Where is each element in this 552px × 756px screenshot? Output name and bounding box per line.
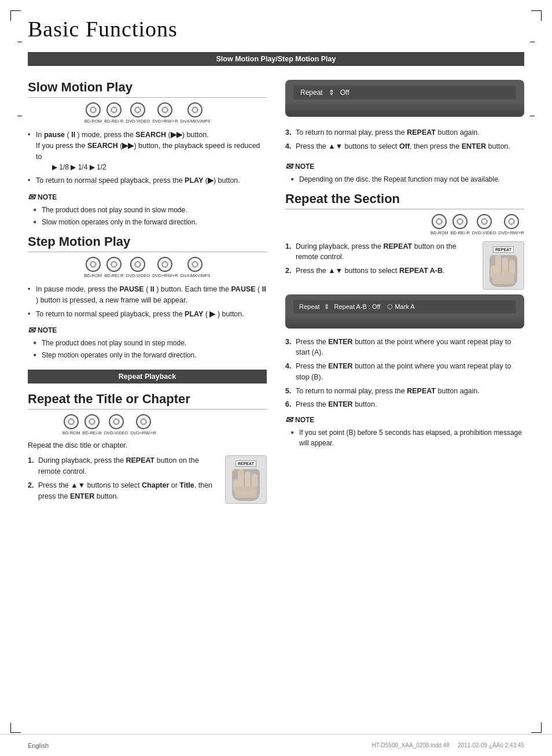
disc-circle-rt-bd-rom: [64, 414, 79, 429]
footer-date: 2011-02-09 ¿ÀÀû 2:43:45: [458, 742, 524, 748]
screen-display-1: Repeat ⇕ Off: [285, 80, 524, 117]
svg-point-17: [164, 263, 166, 265]
corner-mark-bl: [10, 722, 21, 733]
repeat-section-note-1: If you set point (B) before 5 seconds ha…: [291, 427, 524, 448]
repeat-title-step-2: 2. Press the ▲▼ buttons to select Chapte…: [28, 480, 267, 502]
disc-sm-bd-re-r: BD-RE/-R: [104, 257, 123, 278]
footer-language: English: [28, 742, 49, 749]
svg-point-16: [162, 261, 168, 267]
svg-point-40: [510, 220, 513, 223]
repeat-section-steps-list-1: 1. During playback, press the REPEAT but…: [285, 241, 524, 276]
disc-label-dvd-rw: DVD+RW/+R: [152, 119, 178, 124]
disc-sm-dvd-video: DVD-VIDEO: [126, 257, 150, 278]
repeat-title-note-header: ✉ NOTE: [285, 161, 524, 172]
slow-motion-note-2: Slow motion operates only in the forward…: [34, 217, 267, 227]
disc-circle-sm-dvd-video: [130, 257, 145, 272]
svg-point-14: [135, 261, 141, 267]
screen-inner-2: Repeat ⇕ Repeat A-B : Off ⬡ Mark A: [293, 300, 516, 314]
repeat-title-steps-continued: 3. To return to normal play, press the R…: [285, 127, 524, 152]
disc-sm-dvd-rw: DVD+RW/+R: [152, 257, 178, 278]
slow-motion-bullet-2: To return to normal speed playback, pres…: [28, 175, 267, 186]
repeat-section-note-list: If you set point (B) before 5 seconds ha…: [291, 427, 524, 448]
disc-circle-rt-dvd-video: [109, 414, 124, 429]
svg-point-27: [142, 421, 145, 423]
disc-sm-bd-rom: BD-ROM: [84, 257, 102, 278]
svg-point-6: [162, 107, 168, 113]
svg-point-13: [113, 263, 115, 265]
disc-circle-divx: [187, 102, 203, 117]
svg-point-37: [481, 219, 487, 224]
disc-bd-rom: BD-ROM: [84, 102, 102, 124]
svg-point-22: [89, 419, 95, 425]
slow-motion-bullet-1: In pause ( II ) mode, press the SEARCH (…: [28, 130, 267, 172]
svg-point-24: [113, 419, 119, 425]
svg-point-15: [137, 263, 139, 265]
page-title: Basic Functions: [28, 16, 524, 42]
svg-point-5: [137, 109, 139, 111]
repeat-title-step-3: 3. To return to normal play, press the R…: [285, 127, 524, 138]
slow-motion-note-1: The product does not play sound in slow …: [34, 205, 267, 215]
step-motion-note-header: ✉ NOTE: [28, 325, 267, 335]
corner-mark-tl: [10, 10, 21, 21]
step-motion-bullets: In pause mode, press the PAUSE ( II ) bu…: [28, 284, 267, 319]
disc-circle-rs-dvd-rw: [504, 214, 519, 229]
step-motion-note-2: Step motion operates only in the forward…: [34, 350, 267, 360]
screen1-arrow: ⇕: [329, 88, 334, 97]
step-motion-disc-icons: BD-ROM BD-RE/-R DVD-VIDEO DVD+RW/+R DivX…: [28, 257, 267, 278]
step-motion-note-1: The product does not play sound in step …: [34, 338, 267, 348]
disc-label-dvd-video: DVD-VIDEO: [126, 119, 150, 124]
disc-circle-dvd-video: [130, 102, 145, 117]
svg-point-11: [92, 263, 94, 265]
repeat-section-step-5: 5. To return to normal play, press the R…: [285, 386, 524, 397]
right-column: Repeat ⇕ Off 3. To return to normal play…: [285, 80, 524, 508]
slow-motion-bullets: In pause ( II ) mode, press the SEARCH (…: [28, 130, 267, 186]
slow-motion-speed: ▶ 1/8 ▶ 1/4 ▶ 1/2: [44, 162, 267, 172]
footer-file: HT-D5500_XAA_0208.indd 48: [371, 742, 450, 748]
repeat-section-note: ✉ NOTE If you set point (B) before 5 sec…: [285, 415, 524, 448]
step-motion-bullet-2: To return to normal speed playback, pres…: [28, 309, 267, 320]
right-mark-2: [530, 116, 535, 116]
repeat-title-steps-container: REPEAT: [28, 455, 267, 508]
repeat-title-step-4: 4. Press the ▲▼ buttons to select Off, t…: [285, 141, 524, 152]
section-bar-2: Repeat Playback: [28, 370, 267, 383]
screen-display-2: Repeat ⇕ Repeat A-B : Off ⬡ Mark A: [285, 294, 524, 329]
screen2-value: Repeat A-B : Off: [334, 303, 380, 310]
note-icon-2: ✉: [28, 325, 35, 335]
svg-point-3: [113, 109, 115, 111]
repeat-section-step-2: 2. Press the ▲▼ buttons to select REPEAT…: [285, 265, 524, 276]
left-column: Slow Motion Play BD-ROM BD-RE/-R DVD-VID…: [28, 80, 267, 508]
corner-mark-br: [531, 722, 542, 733]
repeat-section-step-1: 1. During playback, press the REPEAT but…: [285, 241, 524, 263]
disc-rt-bd-rom: BD-ROM: [62, 414, 80, 436]
note-icon-4: ✉: [285, 415, 293, 425]
svg-point-1: [92, 109, 94, 111]
content: Basic Functions Slow Motion Play/Step Mo…: [0, 0, 552, 543]
left-mark-2: [17, 116, 22, 116]
repeat-section-note-header: ✉ NOTE: [285, 415, 524, 425]
svg-point-35: [457, 219, 463, 224]
repeat-title-note-label: NOTE: [295, 163, 314, 171]
note-icon-3: ✉: [285, 161, 293, 172]
svg-point-12: [111, 261, 117, 267]
disc-dvd-video: DVD-VIDEO: [126, 102, 150, 124]
slow-motion-note-header: ✉ NOTE: [28, 192, 267, 202]
note-icon-1: ✉: [28, 192, 35, 202]
slow-motion-heading: Slow Motion Play: [28, 80, 267, 98]
section-bar-1: Slow Motion Play/Step Motion Play: [28, 52, 524, 66]
slow-motion-note-label: NOTE: [38, 193, 57, 201]
svg-point-7: [164, 109, 166, 111]
repeat-section-note-label: NOTE: [295, 416, 314, 424]
footer: English HT-D5500_XAA_0208.indd 48 2011-0…: [0, 734, 552, 756]
slow-motion-note: ✉ NOTE The product does not play sound i…: [28, 192, 267, 227]
disc-label-bd-rom: BD-ROM: [84, 119, 102, 124]
svg-point-23: [91, 421, 93, 423]
repeat-section-disc-icons: BD-ROM BD-RE/-R DVD-VIDEO DVD+RW/+R: [285, 214, 524, 235]
page: Basic Functions Slow Motion Play/Step Mo…: [0, 0, 552, 756]
disc-rt-dvd-rw: DVD+RW/+R: [130, 414, 156, 436]
repeat-section-step-3: 3. Press the ENTER button at the point w…: [285, 337, 524, 359]
svg-point-34: [438, 220, 440, 223]
repeat-section-step-6: 6. Press the ENTER button.: [285, 399, 524, 410]
screen2-mark: ⬡ Mark A: [387, 303, 414, 311]
disc-label-divx: DivX/MKV/MP4: [181, 119, 211, 124]
svg-point-18: [192, 261, 198, 267]
